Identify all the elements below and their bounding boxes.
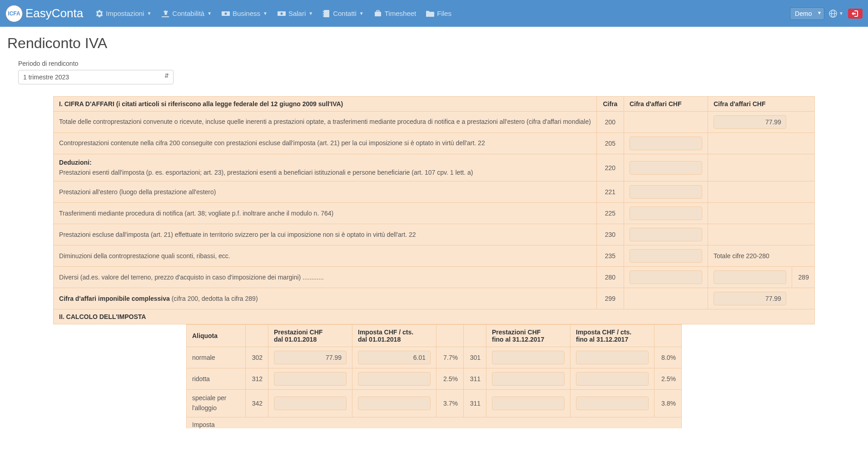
caret-down-icon: ▼ [263,11,268,16]
input-prest-new-342[interactable] [274,397,347,410]
input-225[interactable] [630,206,702,220]
input-prest-new-312[interactable] [274,372,347,386]
input-prest-old-311-1[interactable] [492,372,565,386]
input-235[interactable] [630,249,702,263]
nav-item-salari[interactable]: Salari ▼ [273,6,317,21]
input-prest-new-302[interactable] [274,351,347,364]
row-220: Deduzioni:Prestazioni esenti dall'impost… [54,154,815,181]
svg-rect-6 [323,13,324,15]
input-289-total[interactable] [714,270,786,284]
input-200-chf2[interactable] [714,115,786,129]
caret-down-icon: ▼ [359,11,364,16]
svg-rect-9 [377,10,379,12]
nav-item-timesheet[interactable]: Timesheet [369,6,421,21]
svg-rect-5 [323,11,324,12]
col-cifra-header: Cifra [596,97,624,112]
caret-down-icon: ▼ [207,11,212,16]
nav-item-business[interactable]: Business ▼ [217,6,272,21]
row-205: Controprestazioni contenute nella cifra … [54,133,815,154]
svg-point-1 [225,12,227,15]
clock-briefcase-icon [374,10,382,17]
top-navbar: ICFA EasyConta Impostazioni ▼ Contabilit… [0,0,868,27]
money-icon [222,10,230,17]
row-225: Trasferimenti mediante procedura di noti… [54,203,815,224]
row-cut-bottom: Imposta [187,417,682,428]
input-299[interactable] [714,292,786,305]
nav-item-files[interactable]: Files [422,6,456,21]
address-book-icon [323,10,330,17]
logout-icon [852,10,859,17]
input-220[interactable] [630,161,702,175]
svg-rect-7 [323,15,324,17]
folder-icon [426,10,434,17]
svg-point-3 [280,12,283,15]
row-280: Diversi (ad.es. valore del terreno, prez… [54,267,815,288]
section1-header: I. CIFRA D'AFFARI (i citati articoli si … [54,97,597,112]
col-chf2-header: Cifra d'affari CHF [708,97,814,112]
row-200: Totale delle controprestazioni convenute… [54,112,815,133]
period-label: Periodo di rendiconto [18,60,861,67]
imposta-old-header: Imposta CHF / cts.fino al 31.12.2017 [570,325,655,347]
row-230: Prestazioni escluse dall'imposta (art. 2… [54,224,815,245]
input-280[interactable] [630,270,702,284]
page-title: Rendiconto IVA [7,35,861,52]
row-235: Diminuzioni della controprestazione qual… [54,245,815,267]
row-221: Prestazioni all'estero (luogo della pres… [54,181,815,203]
svg-rect-4 [324,10,329,17]
input-imp-new-342[interactable] [358,397,431,410]
nav-item-contatti[interactable]: Contatti ▼ [318,6,368,21]
nav-item-contabilita[interactable]: Contabilità ▼ [157,6,216,21]
input-prest-old-311-2[interactable] [492,397,565,410]
navbar-right: Demo ▼ [790,7,863,20]
globe-icon [829,10,837,18]
language-dropdown[interactable]: ▼ [829,10,843,18]
aliquota-row: ridotta3122.5%3112.5% [187,368,682,390]
logout-button[interactable] [848,9,863,19]
caret-down-icon: ▼ [147,11,151,16]
input-imp-old-311-1[interactable] [576,372,649,386]
brand-text: EasyConta [25,6,83,20]
aliquota-row: speciale per l'alloggio3423.7%3113.8% [187,390,682,417]
input-230[interactable] [630,228,702,241]
company-select[interactable]: Demo [790,7,824,20]
aliquota-header: Aliquota [187,325,246,347]
cogs-icon [96,10,103,17]
prestazioni-new-header: Prestazioni CHFdal 01.01.2018 [268,325,352,347]
svg-rect-8 [375,12,381,16]
aliquota-row: normale3027.7%3018.0% [187,347,682,368]
input-prest-old-301-0[interactable] [492,351,565,364]
input-imp-new-302[interactable] [358,351,431,364]
iva-table-section2: Aliquota Prestazioni CHFdal 01.01.2018 I… [186,324,682,428]
section2-header: II. CALCOLO DELL'IMPOSTA [54,309,815,324]
prestazioni-old-header: Prestazioni CHFfino al 31.12.2017 [486,325,570,347]
nav-item-impostazioni[interactable]: Impostazioni ▼ [91,6,156,21]
iva-table: I. CIFRA D'AFFARI (i citati articoli si … [53,96,815,324]
balance-scale-icon [161,10,169,17]
period-select[interactable]: 1 trimestre 2023 [18,70,174,84]
caret-down-icon: ▼ [839,11,843,16]
input-imp-old-311-2[interactable] [576,397,649,410]
input-imp-new-312[interactable] [358,372,431,386]
input-imp-old-301-0[interactable] [576,351,649,364]
row-299: Cifra d'affari imponibile complessiva (c… [54,288,815,309]
imposta-new-header: Imposta CHF / cts.dal 01.01.2018 [352,325,436,347]
col-chf1-header: Cifra d'affari CHF [624,97,708,112]
nav-menu: Impostazioni ▼ Contabilità ▼ Business ▼ … [91,6,456,21]
caret-down-icon: ▼ [308,11,313,16]
input-221[interactable] [630,185,702,199]
input-205-chf1[interactable] [630,137,702,150]
brand-logo: ICFA [5,5,23,22]
brand-link[interactable]: ICFA EasyConta [5,5,83,22]
salary-icon [278,10,286,17]
